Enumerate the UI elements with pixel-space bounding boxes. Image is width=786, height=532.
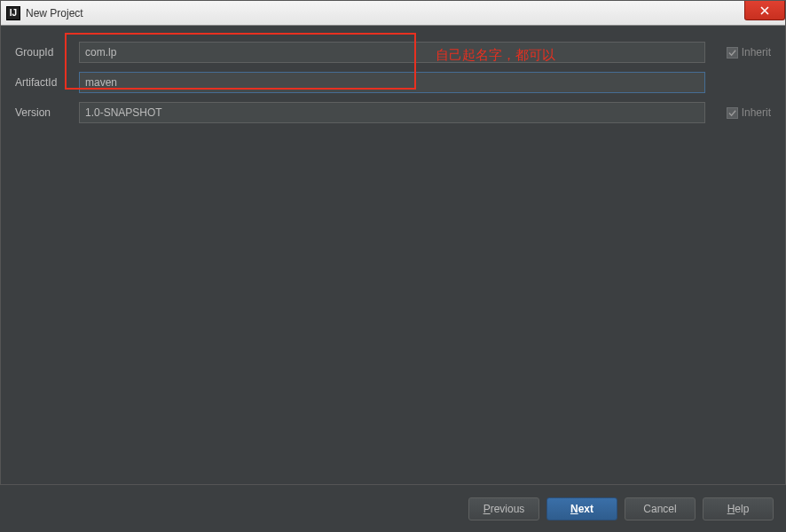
dialog-content: GroupId Inherit ArtifactId Inherit Versi… bbox=[1, 26, 785, 483]
checkbox-icon bbox=[727, 47, 738, 59]
checkbox-icon bbox=[727, 107, 738, 119]
inherit-label: Inherit bbox=[742, 46, 771, 59]
version-label: Version bbox=[15, 106, 79, 119]
window-title: New Project bbox=[26, 7, 83, 20]
groupid-input[interactable] bbox=[79, 42, 705, 63]
close-icon bbox=[760, 6, 769, 15]
groupid-row: GroupId Inherit bbox=[15, 42, 771, 63]
groupid-inherit[interactable]: Inherit bbox=[705, 46, 771, 59]
artifactid-input[interactable] bbox=[79, 72, 705, 93]
app-icon: IJ bbox=[6, 6, 20, 20]
help-button[interactable]: Help bbox=[703, 497, 774, 520]
cancel-button[interactable]: Cancel bbox=[625, 497, 696, 520]
titlebar: IJ New Project bbox=[1, 1, 785, 26]
artifactid-row: ArtifactId Inherit bbox=[15, 72, 771, 93]
next-button[interactable]: Next bbox=[546, 497, 617, 520]
artifactid-label: ArtifactId bbox=[15, 76, 79, 89]
version-inherit[interactable]: Inherit bbox=[705, 106, 771, 119]
annotation-text: 自己起名字，都可以 bbox=[436, 47, 555, 64]
inherit-label: Inherit bbox=[742, 106, 771, 119]
previous-button[interactable]: Previous bbox=[468, 497, 539, 520]
version-input[interactable] bbox=[79, 102, 705, 123]
groupid-label: GroupId bbox=[15, 46, 79, 59]
version-row: Version Inherit bbox=[15, 102, 771, 123]
close-button[interactable] bbox=[744, 1, 785, 20]
dialog-footer: Previous Next Cancel Help bbox=[0, 484, 786, 532]
